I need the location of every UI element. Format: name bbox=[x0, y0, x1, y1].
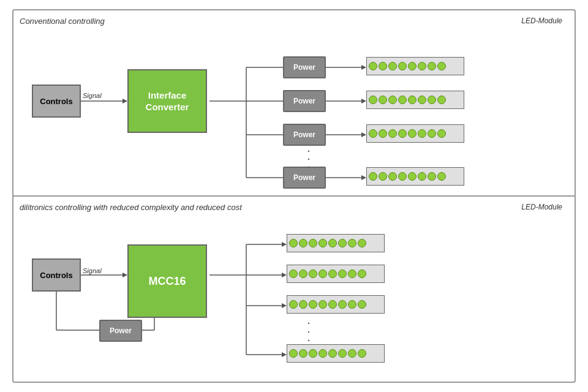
dots-top3: . bbox=[307, 160, 311, 170]
led-module-label-top: LED-Module bbox=[521, 17, 562, 25]
power-box-4: Power bbox=[283, 167, 326, 189]
diagram-dilitronics: Controls Signal MCC16 Power . . . bbox=[20, 217, 568, 374]
svg-marker-17 bbox=[123, 273, 127, 277]
led-strip-top-1 bbox=[366, 57, 464, 75]
led-strip-bottom-4 bbox=[287, 344, 385, 363]
led-strip-bottom-3 bbox=[287, 295, 385, 314]
section-title-dilitronics: dilitronics controlling with reduced com… bbox=[20, 203, 568, 212]
mcc16-box: MCC16 bbox=[127, 244, 207, 318]
svg-marker-28 bbox=[282, 273, 287, 277]
section-conventional: Conventional controlling LED-Module bbox=[13, 10, 575, 197]
svg-marker-9 bbox=[361, 65, 366, 70]
svg-marker-32 bbox=[282, 352, 287, 357]
power-box-3: Power bbox=[283, 124, 326, 146]
power-box-1: Power bbox=[283, 56, 326, 78]
svg-marker-11 bbox=[361, 99, 366, 104]
interface-converter-box: Interface Converter bbox=[127, 69, 207, 133]
section-title-conventional: Conventional controlling bbox=[20, 17, 568, 26]
led-strip-bottom-2 bbox=[287, 265, 385, 283]
led-strip-top-3 bbox=[366, 124, 464, 143]
svg-marker-13 bbox=[361, 132, 366, 137]
controls-box-bottom: Controls bbox=[32, 258, 81, 292]
dots-bottom3: . bbox=[307, 333, 312, 343]
power-box-bottom: Power bbox=[99, 320, 142, 342]
led-strip-bottom-1 bbox=[287, 234, 385, 252]
svg-marker-1 bbox=[123, 99, 127, 104]
led-strip-top-4 bbox=[366, 167, 464, 186]
controls-box-top: Controls bbox=[32, 85, 81, 118]
section-dilitronics: dilitronics controlling with reduced com… bbox=[13, 197, 575, 382]
diagram-conventional: Controls Signal Interface Converter Powe… bbox=[20, 31, 568, 188]
svg-marker-15 bbox=[361, 175, 366, 180]
svg-marker-26 bbox=[282, 242, 287, 247]
power-box-2: Power bbox=[283, 90, 326, 112]
outer-container: Conventional controlling LED-Module bbox=[12, 9, 576, 383]
svg-marker-30 bbox=[282, 303, 287, 308]
led-strip-top-2 bbox=[366, 91, 464, 109]
signal-label-bottom: Signal bbox=[83, 267, 102, 274]
signal-label-top: Signal bbox=[83, 92, 102, 99]
led-module-label-bottom: LED-Module bbox=[521, 203, 562, 211]
